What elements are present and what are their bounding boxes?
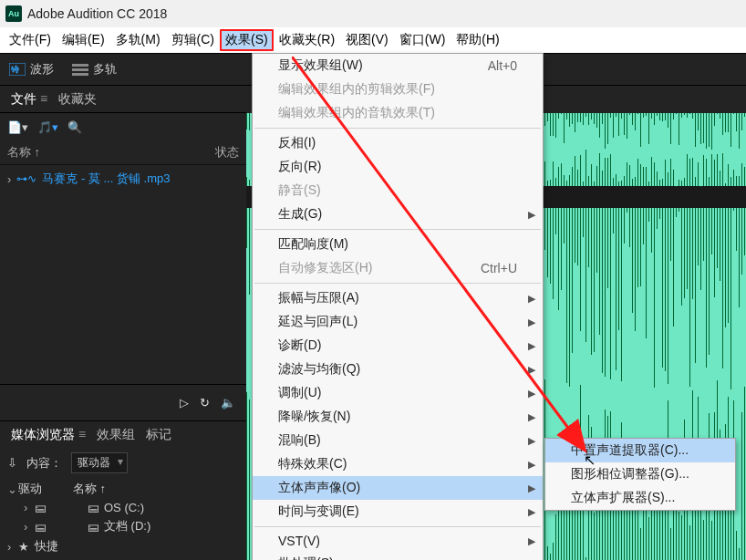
files-tab-row: 文件≡ 收藏夹: [0, 86, 246, 113]
menu-item[interactable]: 显示效果组(W)Alt+0: [253, 54, 543, 78]
menu-item: 自动修复选区(H)Ctrl+U: [253, 256, 543, 280]
col-name[interactable]: 名称 ↑: [7, 144, 215, 161]
menu-item: 静音(S): [253, 179, 543, 202]
tree-header: ⌄ 驱动 名称 ↑: [7, 479, 239, 499]
menu-edit[interactable]: 编辑(E): [57, 29, 110, 51]
submenu-item[interactable]: 立体声扩展器(S)...: [545, 486, 735, 510]
content-label: 内容：: [26, 455, 62, 472]
menu-item[interactable]: 立体声声像(O)▶: [253, 476, 543, 500]
submenu-caret-icon: ▶: [528, 340, 535, 352]
menu-item[interactable]: 诊断(D)▶: [253, 334, 543, 358]
media-tree: ⌄ 驱动 名称 ↑ ›🖴 🖴 OS (C:) ›🖴 🖴 文档 (D:): [7, 479, 239, 556]
menu-item[interactable]: 批处理(S)▶: [253, 552, 543, 560]
volume-button[interactable]: 🔈: [221, 396, 235, 410]
submenu-item[interactable]: 中置声道提取器(C)...: [545, 439, 735, 462]
loop-button[interactable]: ↻: [200, 396, 210, 410]
menu-favorites[interactable]: 收藏夹(R): [274, 29, 340, 51]
menu-item[interactable]: 降噪/恢复(N)▶: [253, 405, 543, 429]
submenu-caret-icon: ▶: [528, 364, 535, 376]
file-list: › ⊶∿ 马赛克 - 莫 ... 货铺 .mp3: [0, 165, 246, 384]
search-input[interactable]: 🔍: [67, 120, 239, 134]
left-panel: 文件≡ 收藏夹 📄▾ 🎵▾ 🔍 名称 ↑ 状态 › ⊶∿ 马赛克 - 莫 ...…: [0, 86, 246, 560]
menu-bar: 文件(F) 编辑(E) 多轨(M) 剪辑(C) 效果(S) 收藏夹(R) 视图(…: [0, 27, 746, 53]
transport-controls: ▷ ↻ 🔈: [0, 384, 246, 420]
tab-files[interactable]: 文件≡: [5, 88, 53, 111]
submenu-item[interactable]: 图形相位调整器(G)...: [545, 462, 735, 486]
waveform-icon: ⊶∿: [16, 172, 36, 185]
content-dropdown[interactable]: 驱动器: [71, 452, 128, 473]
menu-file[interactable]: 文件(F): [4, 29, 57, 51]
files-column-header: 名称 ↑ 状态: [0, 140, 246, 165]
menu-item[interactable]: 振幅与压限(A)▶: [253, 286, 543, 310]
tab-markers[interactable]: 标记: [140, 423, 177, 447]
menu-help[interactable]: 帮助(H): [451, 29, 504, 51]
stereo-submenu: 中置声道提取器(C)...图形相位调整器(G)...立体声扩展器(S)...: [544, 438, 736, 511]
menu-item[interactable]: 反相(I): [253, 131, 543, 155]
download-icon[interactable]: ⇩: [7, 456, 17, 470]
tab-fx-group[interactable]: 效果组: [91, 423, 140, 447]
menu-window[interactable]: 窗口(W): [394, 29, 451, 51]
menu-clip[interactable]: 剪辑(C): [166, 29, 220, 51]
media-browser-panel: 媒体浏览器≡ 效果组 标记 ⇩ 内容： 驱动器 ⌄ 驱动 名称 ↑: [0, 420, 246, 560]
submenu-caret-icon: ▶: [528, 293, 535, 305]
menu-item[interactable]: 混响(B)▶: [253, 429, 543, 452]
col-status[interactable]: 状态: [215, 144, 239, 161]
audio-file-icon[interactable]: 🎵▾: [37, 120, 58, 134]
mode-multitrack[interactable]: 多轨: [63, 57, 126, 81]
svg-rect-1: [72, 64, 88, 67]
submenu-caret-icon: ▶: [528, 209, 535, 221]
file-row[interactable]: › ⊶∿ 马赛克 - 莫 ... 货铺 .mp3: [0, 167, 246, 191]
waveform-icon: [9, 63, 26, 76]
tree-row-os[interactable]: ›🖴 🖴 OS (C:): [7, 499, 239, 516]
submenu-caret-icon: ▶: [528, 482, 535, 494]
menu-multitrack[interactable]: 多轨(M): [110, 29, 166, 51]
open-file-icon[interactable]: 📄▾: [7, 120, 28, 134]
media-tabs: 媒体浏览器≡ 效果组 标记: [0, 421, 246, 449]
menu-item: 编辑效果组内的剪辑效果(F): [253, 78, 543, 101]
menu-view[interactable]: 视图(V): [340, 29, 394, 51]
menu-item[interactable]: 滤波与均衡(Q)▶: [253, 358, 543, 381]
menu-item[interactable]: VST(V)▶: [253, 530, 543, 552]
menu-item[interactable]: 匹配响度(M): [253, 233, 543, 256]
tree-quick[interactable]: ›★ 快捷: [7, 536, 239, 556]
tab-media-browser[interactable]: 媒体浏览器≡: [5, 423, 91, 447]
title-bar: Au Adobe Audition CC 2018: [0, 0, 746, 27]
effects-menu: 显示效果组(W)Alt+0编辑效果组内的剪辑效果(F)编辑效果组内的音轨效果(T…: [252, 53, 544, 560]
menu-item[interactable]: 特殊效果(C)▶: [253, 452, 543, 476]
mode-waveform[interactable]: 波形: [0, 57, 63, 81]
menu-item[interactable]: 延迟与回声(L)▶: [253, 310, 543, 334]
play-button[interactable]: ▷: [180, 396, 189, 410]
tab-favorites[interactable]: 收藏夹: [53, 88, 102, 111]
file-toolbar: 📄▾ 🎵▾ 🔍: [0, 113, 246, 140]
app-title: Adobe Audition CC 2018: [27, 6, 167, 21]
star-icon: ★: [18, 540, 35, 554]
file-name: 马赛克 - 莫 ... 货铺 .mp3: [42, 171, 170, 187]
submenu-caret-icon: ▶: [528, 316, 535, 328]
submenu-caret-icon: ▶: [528, 506, 535, 518]
submenu-caret-icon: ▶: [528, 459, 535, 471]
tree-row-docs[interactable]: ›🖴 🖴 文档 (D:): [7, 516, 239, 536]
menu-item[interactable]: 时间与变调(E)▶: [253, 500, 543, 524]
drive-icon: 🖴: [35, 520, 51, 534]
drive-icon: 🖴: [35, 501, 51, 514]
menu-effects[interactable]: 效果(S): [220, 29, 274, 51]
app-icon: Au: [5, 5, 22, 22]
submenu-caret-icon: ▶: [528, 388, 535, 399]
submenu-caret-icon: ▶: [528, 435, 535, 447]
expand-caret-icon[interactable]: ›: [7, 172, 11, 186]
mode-multitrack-label: 多轨: [93, 61, 117, 78]
svg-rect-2: [72, 68, 88, 71]
menu-item: 编辑效果组内的音轨效果(T): [253, 101, 543, 125]
menu-item[interactable]: 调制(U)▶: [253, 381, 543, 405]
multitrack-icon: [72, 63, 88, 76]
submenu-caret-icon: ▶: [528, 535, 535, 547]
submenu-caret-icon: ▶: [528, 411, 535, 423]
menu-item[interactable]: 反向(R): [253, 155, 543, 179]
svg-rect-3: [72, 73, 88, 76]
menu-item[interactable]: 生成(G)▶: [253, 202, 543, 226]
mode-waveform-label: 波形: [30, 61, 54, 78]
